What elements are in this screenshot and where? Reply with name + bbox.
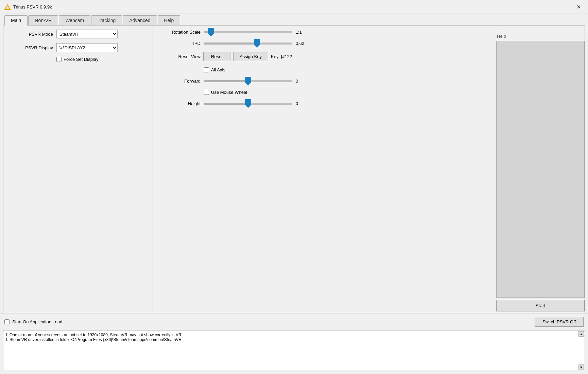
help-box bbox=[496, 41, 585, 298]
log-line-1: I: One or more of your screens are not s… bbox=[6, 333, 582, 337]
ipd-value: 0,62 bbox=[296, 41, 313, 46]
start-on-load-label: Start On Application Load bbox=[12, 319, 62, 324]
psvr-mode-select[interactable]: SteamVR DirectMode Off bbox=[56, 30, 118, 38]
svg-marker-1 bbox=[5, 5, 10, 10]
title-bar: Trinus PSVR 0.9.9k ✕ bbox=[0, 0, 588, 14]
log-scroll-up[interactable]: ▲ bbox=[578, 331, 584, 337]
tab-main[interactable]: Main bbox=[4, 15, 28, 26]
tab-non-vr[interactable]: Non-VR bbox=[28, 15, 58, 25]
tab-help[interactable]: Help bbox=[158, 15, 180, 25]
help-label: Help bbox=[496, 34, 585, 39]
rotation-scale-label: Rotation Scale bbox=[160, 30, 201, 35]
key-label: Key: [#122 bbox=[271, 54, 292, 59]
all-axis-row: All Axis bbox=[160, 67, 489, 72]
psvr-mode-label: PSVR Mode bbox=[9, 32, 53, 37]
force-set-display-checkbox[interactable] bbox=[56, 57, 62, 62]
psvr-mode-row: PSVR Mode SteamVR DirectMode Off bbox=[9, 30, 147, 38]
force-set-display-row: Force Set Display bbox=[56, 57, 147, 62]
rotation-scale-value: 1:1 bbox=[296, 30, 313, 35]
reset-view-label: Reset View bbox=[160, 54, 201, 59]
use-mouse-wheel-label: Use Mouse Wheel bbox=[211, 90, 247, 95]
start-button[interactable]: Start bbox=[496, 300, 585, 311]
tabs-bar: Main Non-VR Webcam Tracking Advanced Hel… bbox=[3, 14, 585, 26]
psvr-display-row: PSVR Display \\.\DISPLAY2 \\.\DISPLAY1 bbox=[9, 43, 147, 52]
forward-row: Forward 0 bbox=[160, 79, 489, 84]
height-row: Height 0 bbox=[160, 101, 489, 106]
app-window: Trinus PSVR 0.9.9k ✕ Main Non-VR Webcam … bbox=[0, 0, 588, 374]
ipd-track[interactable] bbox=[204, 42, 292, 45]
tab-webcam[interactable]: Webcam bbox=[59, 15, 90, 25]
height-label: Height bbox=[160, 101, 201, 106]
log-area: I: One or more of your screens are not s… bbox=[3, 330, 585, 371]
ipd-label: IPD bbox=[160, 41, 201, 46]
force-set-display-label: Force Set Display bbox=[64, 57, 99, 62]
close-button[interactable]: ✕ bbox=[574, 4, 584, 11]
use-mouse-wheel-row: Use Mouse Wheel bbox=[160, 90, 489, 95]
rotation-scale-track[interactable] bbox=[204, 31, 292, 33]
log-scroll-down[interactable]: ▼ bbox=[578, 364, 584, 370]
app-icon bbox=[4, 4, 11, 10]
height-value: 0 bbox=[296, 101, 313, 106]
help-dots: --- bbox=[496, 27, 585, 32]
use-mouse-wheel-checkbox[interactable] bbox=[204, 90, 209, 95]
all-axis-label: All Axis bbox=[211, 67, 225, 72]
right-column: Rotation Scale 1:1 IPD 0,62 bbox=[153, 26, 496, 313]
start-on-load-checkbox[interactable] bbox=[4, 319, 10, 324]
ipd-row: IPD 0,62 bbox=[160, 41, 489, 46]
rotation-scale-row: Rotation Scale 1:1 bbox=[160, 30, 489, 35]
forward-value: 0 bbox=[296, 79, 313, 84]
psvr-display-label: PSVR Display bbox=[9, 45, 53, 50]
tabs-container: Main Non-VR Webcam Tracking Advanced Hel… bbox=[3, 14, 585, 313]
all-axis-checkbox[interactable] bbox=[204, 67, 209, 72]
title-bar-left: Trinus PSVR 0.9.9k bbox=[4, 4, 52, 10]
window-title: Trinus PSVR 0.9.9k bbox=[13, 4, 52, 10]
reset-button[interactable]: Reset bbox=[203, 52, 230, 61]
tab-content: PSVR Mode SteamVR DirectMode Off PSVR Di… bbox=[3, 26, 585, 313]
help-panel: --- Help Start bbox=[496, 26, 585, 313]
forward-label: Forward bbox=[160, 79, 201, 84]
assign-key-button[interactable]: Assign Key bbox=[233, 52, 268, 61]
tab-tracking[interactable]: Tracking bbox=[91, 15, 122, 25]
switch-psvr-off-button[interactable]: Switch PSVR Off bbox=[535, 317, 584, 327]
forward-track[interactable] bbox=[204, 80, 292, 82]
bottom-bar: Start On Application Load Switch PSVR Of… bbox=[0, 313, 588, 330]
bottom-left: Start On Application Load bbox=[4, 319, 62, 324]
log-line-2: I: SteamVR driver installed in folder C:… bbox=[6, 337, 582, 342]
psvr-display-select[interactable]: \\.\DISPLAY2 \\.\DISPLAY1 bbox=[56, 43, 118, 52]
reset-view-row: Reset View Reset Assign Key Key: [#122 bbox=[160, 52, 489, 61]
left-column: PSVR Mode SteamVR DirectMode Off PSVR Di… bbox=[3, 26, 153, 313]
height-track[interactable] bbox=[204, 103, 292, 105]
tab-advanced[interactable]: Advanced bbox=[123, 15, 157, 25]
